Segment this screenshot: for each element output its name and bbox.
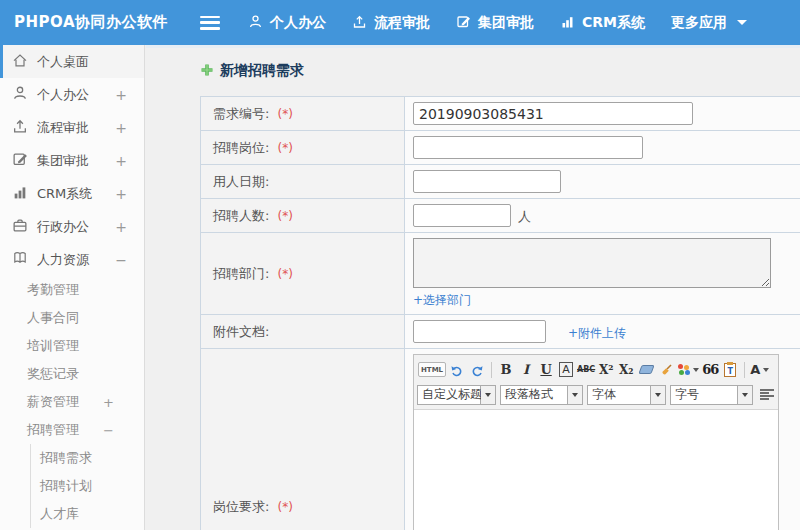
italic-button[interactable]: I [517, 360, 535, 380]
person-icon [248, 14, 270, 32]
strikethrough-button[interactable]: ABC [577, 360, 595, 380]
font-style-button[interactable]: A [557, 360, 575, 380]
attachment-upload-link[interactable]: +附件上传 [568, 326, 626, 340]
hire-date-input[interactable] [413, 170, 561, 193]
expand-icon[interactable]: + [115, 154, 127, 168]
toolbar-separator [491, 362, 492, 378]
redo-icon[interactable] [468, 360, 486, 380]
editor-toolbar-row1: HTML B I U A ABC X² X₂ [417, 357, 775, 382]
field-label-cell: 招聘人数: (*) [201, 199, 405, 233]
select-department-link[interactable]: +选择部门 [413, 292, 471, 309]
form-row-headcount: 招聘人数: (*) 人 [201, 199, 800, 233]
eraser-icon[interactable] [637, 360, 655, 380]
collapse-icon[interactable]: − [115, 253, 127, 267]
field-label: 附件文档: [213, 324, 269, 339]
topnav-personal-office[interactable]: 个人办公 [248, 14, 326, 32]
form-row-recruit-department: 招聘部门: (*) +选择部门 [201, 233, 800, 315]
field-label: 招聘人数: [213, 208, 269, 223]
headcount-input[interactable] [413, 204, 511, 227]
sidebar-item-personal-office[interactable]: 个人办公 + [0, 78, 144, 111]
sidebar-item-label: 人才库 [40, 505, 79, 523]
sidebar-hr-submenu: 考勤管理 人事合同 培训管理 奖惩记录 薪资管理 + 招聘管理 − 招聘需求 [0, 276, 144, 528]
sidebar-item-recruit-demand[interactable]: 招聘需求 [31, 444, 144, 472]
headcount-unit: 人 [518, 209, 531, 224]
sidebar-item-label: 薪资管理 [27, 393, 79, 411]
menu-toggle-icon[interactable] [200, 16, 220, 30]
font-size-select[interactable]: 字号 [670, 385, 753, 405]
topnav-label: 更多应用 [671, 14, 727, 32]
recruit-post-input[interactable] [413, 136, 643, 159]
form-row-hire-date: 用人日期: [201, 165, 800, 199]
align-left-icon[interactable] [760, 389, 774, 401]
sidebar-item-talent-pool[interactable]: 人才库 [31, 500, 144, 528]
topnav-crm-system[interactable]: CRM系统 [560, 14, 645, 32]
required-mark: (*) [278, 500, 293, 514]
caret-down-icon [737, 20, 747, 25]
sidebar-item-label: 流程审批 [37, 119, 89, 137]
expand-icon[interactable]: + [115, 187, 127, 201]
sidebar-item-attendance-mgmt[interactable]: 考勤管理 [0, 276, 144, 304]
topnav-label: 集团审批 [478, 14, 534, 32]
caret-down-icon [651, 385, 666, 405]
recruit-department-textarea[interactable] [413, 238, 771, 288]
topnav-group-approval[interactable]: 集团审批 [456, 14, 534, 32]
sidebar-item-crm-system[interactable]: CRM系统 + [0, 177, 144, 210]
blockquote-button[interactable]: 66 [701, 360, 719, 380]
expand-icon[interactable]: + [115, 121, 127, 135]
sidebar-recruit-submenu: 招聘需求 招聘计划 人才库 [30, 444, 144, 528]
sidebar-item-reward-punishment[interactable]: 奖惩记录 [0, 360, 144, 388]
edit-icon [0, 151, 28, 171]
expand-icon[interactable]: + [115, 88, 127, 102]
paste-icon[interactable]: T [721, 360, 739, 380]
sidebar-item-recruit-mgmt[interactable]: 招聘管理 − [0, 416, 144, 444]
required-mark: (*) [278, 107, 293, 121]
caret-down-icon [568, 385, 583, 405]
demand-number-input[interactable] [413, 102, 693, 125]
field-value-cell: 人 [405, 199, 800, 233]
edit-icon [456, 14, 478, 32]
subscript-button[interactable]: X₂ [617, 360, 635, 380]
sidebar-item-group-approval[interactable]: 集团审批 + [0, 144, 144, 177]
sidebar-item-label: 培训管理 [27, 337, 79, 355]
sidebar-item-workflow-approval[interactable]: 流程审批 + [0, 111, 144, 144]
sidebar-item-salary-mgmt[interactable]: 薪资管理 + [0, 388, 144, 416]
form-row-recruit-post: 招聘岗位: (*) [201, 131, 800, 165]
topnav-workflow-approval[interactable]: 流程审批 [352, 14, 430, 32]
html-source-button[interactable]: HTML [418, 362, 446, 377]
upload-icon [352, 14, 374, 32]
sidebar-item-training-mgmt[interactable]: 培训管理 [0, 332, 144, 360]
sidebar-item-label: 行政办公 [37, 218, 89, 236]
sidebar-item-personal-desktop[interactable]: 个人桌面 [0, 45, 144, 78]
bold-button[interactable]: B [497, 360, 515, 380]
expand-icon[interactable]: + [115, 220, 127, 234]
top-navigation: 个人办公 流程审批 集团审批 CRM系统 更多应用 [248, 14, 773, 32]
background-color-button[interactable]: a [771, 360, 775, 380]
collapse-icon[interactable]: − [103, 424, 114, 437]
editor-toolbar-row2: 自定义标题 段落格式 字体 字号 [417, 382, 775, 407]
topnav-label: 流程审批 [374, 14, 430, 32]
color-palette-icon[interactable] [677, 360, 699, 380]
sidebar-item-label: 奖惩记录 [27, 365, 79, 383]
underline-button[interactable]: U [537, 360, 555, 380]
field-label-cell: 招聘岗位: (*) [201, 131, 405, 165]
sidebar-item-human-resources[interactable]: 人力资源 − [0, 243, 144, 276]
expand-icon[interactable]: + [103, 396, 114, 409]
page-title: 新增招聘需求 [220, 62, 304, 80]
editor-content-area[interactable] [414, 410, 778, 530]
topnav-label: 个人办公 [270, 14, 326, 32]
topnav-more-apps[interactable]: 更多应用 [671, 14, 747, 32]
form-row-demand-number: 需求编号: (*) [201, 97, 800, 131]
sidebar-item-admin-office[interactable]: 行政办公 + [0, 210, 144, 243]
custom-heading-select[interactable]: 自定义标题 [417, 385, 496, 405]
font-color-button[interactable]: A [750, 360, 769, 380]
field-value-cell: HTML B I U A ABC X² X₂ [405, 349, 800, 530]
undo-icon[interactable] [448, 360, 466, 380]
paragraph-format-select[interactable]: 段落格式 [500, 385, 583, 405]
font-family-select[interactable]: 字体 [587, 385, 666, 405]
recruit-demand-form: 需求编号: (*) 招聘岗位: (*) 用人日期: [200, 96, 800, 530]
superscript-button[interactable]: X² [597, 360, 615, 380]
sidebar-item-hr-contract[interactable]: 人事合同 [0, 304, 144, 332]
sidebar-item-recruit-plan[interactable]: 招聘计划 [31, 472, 144, 500]
attachment-input[interactable] [413, 320, 546, 343]
format-brush-icon[interactable] [657, 360, 675, 380]
